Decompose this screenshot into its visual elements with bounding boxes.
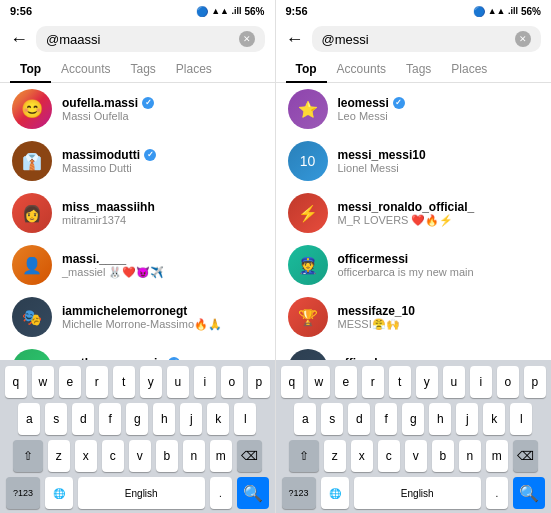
- key-period-r[interactable]: .: [486, 477, 508, 509]
- key-f[interactable]: f: [99, 403, 121, 435]
- key-u-r[interactable]: u: [443, 366, 465, 398]
- list-item[interactable]: 👔 massimodutti ✓ Massimo Dutti: [0, 135, 275, 187]
- key-n[interactable]: n: [183, 440, 205, 472]
- key-c[interactable]: c: [102, 440, 124, 472]
- avatar: 👮: [288, 245, 328, 285]
- key-r[interactable]: r: [86, 366, 108, 398]
- key-w-r[interactable]: w: [308, 366, 330, 398]
- key-j[interactable]: j: [180, 403, 202, 435]
- key-e-r[interactable]: e: [335, 366, 357, 398]
- list-item[interactable]: ⚡ messi_ronaldo_official_ M_R LOVERS ❤️🔥…: [276, 187, 552, 239]
- clear-button-right[interactable]: ✕: [515, 31, 531, 47]
- key-i[interactable]: i: [194, 366, 216, 398]
- key-t-r[interactable]: t: [389, 366, 411, 398]
- search-input-left[interactable]: @maassi ✕: [36, 26, 265, 52]
- key-v[interactable]: v: [129, 440, 151, 472]
- list-item[interactable]: 👩 miss_maassiihh mitramir1374: [0, 187, 275, 239]
- back-button-left[interactable]: ←: [10, 29, 28, 50]
- key-k[interactable]: k: [207, 403, 229, 435]
- key-shift[interactable]: ⇧: [13, 440, 43, 472]
- key-n-r[interactable]: n: [459, 440, 481, 472]
- key-k-r[interactable]: k: [483, 403, 505, 435]
- key-p[interactable]: p: [248, 366, 270, 398]
- key-e[interactable]: e: [59, 366, 81, 398]
- key-q[interactable]: q: [5, 366, 27, 398]
- tabs-right: Top Accounts Tags Places: [276, 56, 552, 83]
- key-o[interactable]: o: [221, 366, 243, 398]
- key-w[interactable]: w: [32, 366, 54, 398]
- tab-tags-left[interactable]: Tags: [120, 56, 165, 82]
- key-backspace[interactable]: ⌫: [237, 440, 262, 472]
- back-button-right[interactable]: ←: [286, 29, 304, 50]
- key-c-r[interactable]: c: [378, 440, 400, 472]
- key-globe[interactable]: 🌐: [45, 477, 73, 509]
- key-g-r[interactable]: g: [402, 403, 424, 435]
- key-m-r[interactable]: m: [486, 440, 508, 472]
- list-item[interactable]: 👤 massi.____ _massiel 🐰❤️😈✈️: [0, 239, 275, 291]
- key-u[interactable]: u: [167, 366, 189, 398]
- key-z[interactable]: z: [48, 440, 70, 472]
- key-g[interactable]: g: [126, 403, 148, 435]
- key-r-r[interactable]: r: [362, 366, 384, 398]
- list-item[interactable]: 🏆 messifaze_10 MESSI😤🙌: [276, 291, 552, 343]
- key-l-r[interactable]: l: [510, 403, 532, 435]
- key-period[interactable]: .: [210, 477, 232, 509]
- key-numbers-r[interactable]: ?123: [282, 477, 316, 509]
- key-a-r[interactable]: a: [294, 403, 316, 435]
- tab-accounts-left[interactable]: Accounts: [51, 56, 120, 82]
- key-v-r[interactable]: v: [405, 440, 427, 472]
- key-h-r[interactable]: h: [429, 403, 451, 435]
- key-f-r[interactable]: f: [375, 403, 397, 435]
- key-a[interactable]: a: [18, 403, 40, 435]
- key-numbers[interactable]: ?123: [6, 477, 40, 509]
- time-right: 9:56: [286, 5, 308, 17]
- key-l[interactable]: l: [234, 403, 256, 435]
- key-y[interactable]: y: [140, 366, 162, 398]
- key-d[interactable]: d: [72, 403, 94, 435]
- tab-places-left[interactable]: Places: [166, 56, 222, 82]
- key-d-r[interactable]: d: [348, 403, 370, 435]
- key-i-r[interactable]: i: [470, 366, 492, 398]
- search-input-right[interactable]: @messi ✕: [312, 26, 542, 52]
- key-s[interactable]: s: [45, 403, 67, 435]
- key-globe-r[interactable]: 🌐: [321, 477, 349, 509]
- key-t[interactable]: t: [113, 366, 135, 398]
- key-x[interactable]: x: [75, 440, 97, 472]
- username: messi_messi10: [338, 148, 540, 162]
- key-p-r[interactable]: p: [524, 366, 546, 398]
- avatar: 🛡️: [288, 349, 328, 360]
- tab-places-right[interactable]: Places: [441, 56, 497, 82]
- key-b-r[interactable]: b: [432, 440, 454, 472]
- key-search[interactable]: 🔍: [237, 477, 269, 509]
- key-z-r[interactable]: z: [324, 440, 346, 472]
- list-item[interactable]: 👨 repthomasmassie ✓ Congressman Thomas M…: [0, 343, 275, 360]
- key-j-r[interactable]: j: [456, 403, 478, 435]
- list-item[interactable]: ⭐ leomessi ✓ Leo Messi: [276, 83, 552, 135]
- key-y-r[interactable]: y: [416, 366, 438, 398]
- list-item[interactable]: 😊 oufella.massi ✓ Massi Oufella: [0, 83, 275, 135]
- list-item[interactable]: 👮 officermessi officerbarca is my new ma…: [276, 239, 552, 291]
- tab-top-right[interactable]: Top: [286, 56, 327, 82]
- list-item[interactable]: 🎭 iammichelemorronegt Michelle Morrone-M…: [0, 291, 275, 343]
- tab-top-left[interactable]: Top: [10, 56, 51, 82]
- search-bar-left: ← @maassi ✕: [0, 22, 275, 56]
- key-backspace-r[interactable]: ⌫: [513, 440, 538, 472]
- tab-accounts-right[interactable]: Accounts: [327, 56, 396, 82]
- key-shift-r[interactable]: ⇧: [289, 440, 319, 472]
- clear-button-left[interactable]: ✕: [239, 31, 255, 47]
- key-s-r[interactable]: s: [321, 403, 343, 435]
- key-q-r[interactable]: q: [281, 366, 303, 398]
- key-x-r[interactable]: x: [351, 440, 373, 472]
- avatar: 👨: [12, 349, 52, 360]
- list-item[interactable]: 🛡️ officerbarca messipoliceforce: [276, 343, 552, 360]
- kb-row-1: q w e r t y u i o p: [4, 366, 271, 398]
- key-b[interactable]: b: [156, 440, 178, 472]
- tabs-left: Top Accounts Tags Places: [0, 56, 275, 83]
- key-o-r[interactable]: o: [497, 366, 519, 398]
- key-search-r[interactable]: 🔍: [513, 477, 545, 509]
- key-m[interactable]: m: [210, 440, 232, 472]
- list-item[interactable]: 10 messi_messi10 Lionel Messi: [276, 135, 552, 187]
- tab-tags-right[interactable]: Tags: [396, 56, 441, 82]
- key-h[interactable]: h: [153, 403, 175, 435]
- language-label-r: English: [354, 477, 482, 509]
